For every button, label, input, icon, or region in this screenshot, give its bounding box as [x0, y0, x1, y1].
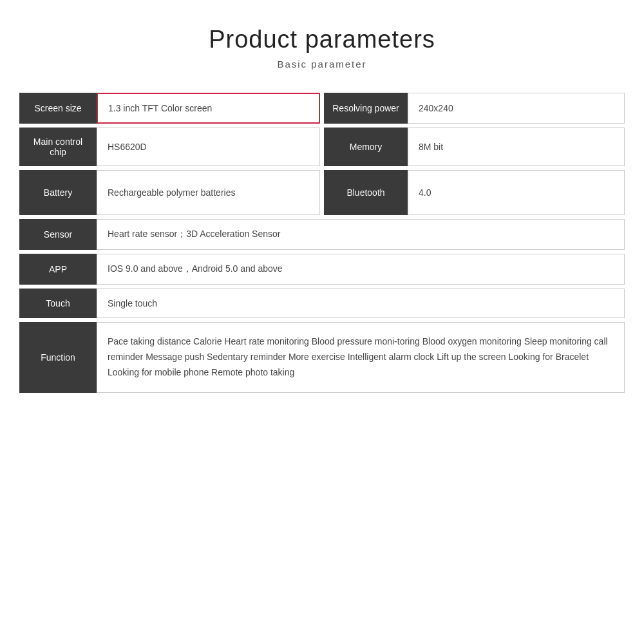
bluetooth-col: Bluetooth 4.0 — [324, 170, 625, 215]
chip-label: Main control chip — [19, 128, 97, 166]
memory-label: Memory — [324, 128, 408, 166]
function-label: Function — [19, 322, 97, 393]
function-row: Function Pace taking distance Calorie He… — [19, 322, 625, 393]
touch-label: Touch — [19, 289, 97, 318]
resolving-power-value: 240x240 — [408, 93, 625, 124]
chip-col: Main control chip HS6620D — [19, 128, 320, 166]
resolving-power-col: Resolving power 240x240 — [324, 93, 625, 124]
battery-value: Rechargeable polymer batteries — [97, 170, 320, 215]
app-value: IOS 9.0 and above，Android 5.0 and above — [97, 254, 625, 285]
sensor-value: Heart rate sensor；3D Acceleration Sensor — [97, 219, 625, 250]
app-row: APP IOS 9.0 and above，Android 5.0 and ab… — [19, 254, 625, 285]
bluetooth-label: Bluetooth — [324, 170, 408, 215]
sensor-row: Sensor Heart rate sensor；3D Acceleration… — [19, 219, 625, 250]
product-table: Screen size 1.3 inch TFT Color screen Re… — [19, 93, 625, 397]
chip-value: HS6620D — [97, 128, 320, 166]
memory-col: Memory 8M bit — [324, 128, 625, 166]
page-title: Product parameters — [209, 26, 435, 53]
screen-size-value: 1.3 inch TFT Color screen — [97, 93, 320, 124]
battery-label: Battery — [19, 170, 97, 215]
table-row: Sensor Heart rate sensor；3D Acceleration… — [19, 219, 625, 250]
table-row: Main control chip HS6620D Memory 8M bit — [19, 128, 625, 166]
page-subtitle: Basic parameter — [277, 59, 366, 70]
sensor-label: Sensor — [19, 219, 97, 250]
table-row: APP IOS 9.0 and above，Android 5.0 and ab… — [19, 254, 625, 285]
bluetooth-value: 4.0 — [408, 170, 625, 215]
function-value: Pace taking distance Calorie Heart rate … — [97, 322, 625, 393]
touch-value: Single touch — [97, 289, 625, 318]
screen-size-label: Screen size — [19, 93, 97, 124]
table-row: Battery Rechargeable polymer batteries B… — [19, 170, 625, 215]
table-row: Screen size 1.3 inch TFT Color screen Re… — [19, 93, 625, 124]
memory-value: 8M bit — [408, 128, 625, 166]
screen-size-col: Screen size 1.3 inch TFT Color screen — [19, 93, 320, 124]
table-row: Touch Single touch — [19, 289, 625, 318]
table-row: Function Pace taking distance Calorie He… — [19, 322, 625, 393]
battery-col: Battery Rechargeable polymer batteries — [19, 170, 320, 215]
touch-row: Touch Single touch — [19, 289, 625, 318]
app-label: APP — [19, 254, 97, 285]
resolving-power-label: Resolving power — [324, 93, 408, 124]
